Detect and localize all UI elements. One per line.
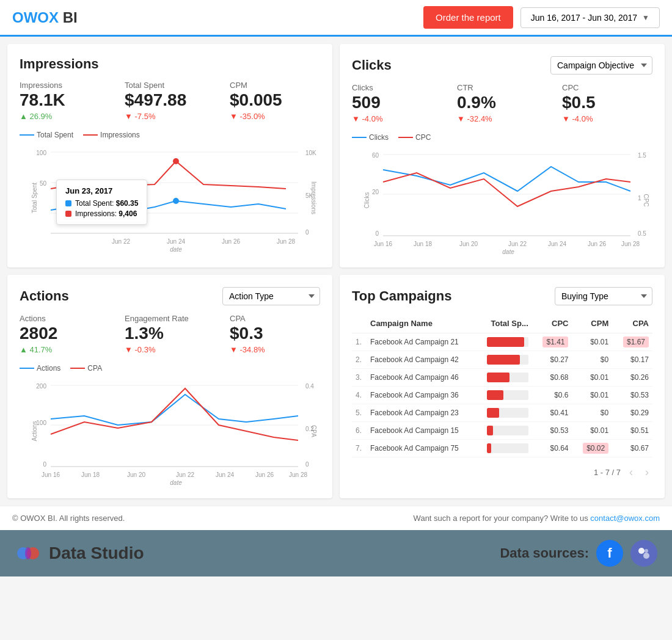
table-row: 5. Facebook Ad Campaign 23 $0.41 $0 $0.2…: [352, 404, 652, 421]
y-axis-right-label: 0.5: [638, 230, 646, 237]
y-title-right: CPC: [643, 194, 649, 206]
col-cpa: CPA: [612, 314, 652, 333]
y-axis-label: 200: [36, 383, 46, 390]
clicks-title: Clicks: [352, 57, 392, 73]
table-row: 3. Facebook Ad Campaign 46 $0.68 $0.01 $…: [352, 368, 652, 386]
actions-title: Actions: [20, 288, 69, 304]
tooltip-impressions-label: Impressions: 9,406: [75, 209, 137, 218]
x-label: Jun 26: [255, 471, 274, 478]
row-num: 3.: [352, 368, 367, 386]
row-name: Facebook Ad Campaign 15: [367, 421, 483, 439]
next-page-button[interactable]: ›: [641, 465, 652, 480]
legend-cpc-label: CPC: [415, 133, 431, 142]
ctr-value: 0.9%: [457, 93, 547, 112]
actions-label: Actions: [20, 314, 110, 323]
row-num: 2.: [352, 351, 367, 368]
y-axis-label: 20: [372, 189, 379, 195]
order-report-button[interactable]: Order the report: [423, 6, 513, 29]
legend-spent-label: Total Spent: [37, 131, 73, 139]
x-label: Jun 22: [112, 238, 130, 245]
row-cpc: $0.6: [532, 386, 572, 404]
prev-page-button[interactable]: ‹: [626, 465, 637, 480]
clicks-legend: Clicks CPC: [352, 133, 652, 142]
clicks-metric-ctr: CTR 0.9% ▼ -32.4%: [457, 83, 547, 123]
date-range-text: Jun 16, 2017 - Jun 30, 2017: [531, 13, 637, 23]
row-cpa: $0.26: [612, 368, 652, 386]
logo-owox: OWOX: [12, 9, 59, 26]
actions-metric-cpa: CPA $0.3 ▼ -34.8%: [230, 314, 320, 354]
x-title: date: [170, 246, 182, 253]
cpa-change: ▼ -34.8%: [230, 345, 320, 354]
impressions-tooltip: Jun 23, 2017 Total Spent: $60.35 Impress…: [56, 180, 147, 225]
y-axis-label: 100: [36, 150, 46, 156]
svg-point-14: [643, 553, 649, 559]
legend-actions-line: [20, 368, 34, 369]
buying-type-dropdown[interactable]: Buying Type: [555, 287, 652, 305]
col-cpc: CPC: [532, 314, 572, 333]
row-name: Facebook Ad Campaign 42: [367, 351, 483, 368]
col-name: Campaign Name: [367, 314, 483, 333]
row-cpa: $1.67: [612, 333, 652, 351]
y-title-right: Impressions: [310, 181, 317, 214]
x-label: Jun 24: [216, 471, 234, 478]
ctr-label: CTR: [457, 83, 547, 92]
data-studio-icon: [15, 540, 42, 567]
clicks-chart-svg: 60 20 0 1.5 1 0.5 Jun 16 Jun 18 Jun 20: [352, 145, 652, 255]
cpc-change: ▼ -4.0%: [562, 114, 652, 123]
data-studio-label-text: Data Studio: [49, 544, 144, 563]
chevron-down-icon: ▼: [642, 13, 649, 22]
legend-clicks-label: Clicks: [369, 133, 389, 142]
copyright-text: © OWOX BI. All rights reserved.: [12, 514, 125, 523]
impressions-label: Impressions: [20, 81, 110, 90]
impressions-chart: 100 50 10K 5K 0: [20, 143, 320, 253]
row-cpm: $0.02: [572, 439, 612, 457]
data-sources-section: Data sources: f: [500, 540, 657, 567]
cpa-label: CPA: [230, 314, 320, 323]
row-cpa: $0.29: [612, 404, 652, 421]
col-num: [352, 314, 367, 333]
y-axis-label: 60: [372, 152, 379, 159]
row-name: Facebook Ad Campaign 23: [367, 404, 483, 421]
row-bar: [483, 351, 532, 368]
x-label: Jun 20: [459, 241, 478, 247]
actions-value: 2802: [20, 324, 110, 343]
campaign-objective-dropdown[interactable]: Campaign Objective: [550, 56, 652, 75]
row-cpm: $0.01: [572, 421, 612, 439]
row-name: Facebook Ad Campaign 36: [367, 386, 483, 404]
legend-clicks-line: [352, 137, 367, 138]
row-bar: [483, 404, 532, 421]
clicks-card: Clicks Campaign Objective Clicks 509 ▼ -…: [340, 44, 665, 267]
impressions-card: Impressions Impressions 78.1K ▲ 26.9% To…: [7, 44, 332, 267]
tooltip-spent-dot: [65, 200, 71, 206]
data-sources-text: Data sources:: [500, 545, 589, 561]
date-range-picker[interactable]: Jun 16, 2017 - Jun 30, 2017 ▼: [520, 7, 660, 28]
cpm-value: $0.005: [230, 91, 320, 110]
row-bar: [483, 333, 532, 351]
pagination-text: 1 - 7 / 7: [594, 468, 621, 477]
row-bar: [483, 368, 532, 386]
impressions-title: Impressions: [20, 56, 99, 72]
owox-logo-icon: [637, 546, 651, 561]
x-title: date: [170, 479, 182, 486]
impressions-metrics: Impressions 78.1K ▲ 26.9% Total Spent $4…: [20, 81, 320, 121]
logo: OWOX BI: [12, 9, 78, 26]
clicks-metric-cpc: CPC $0.5 ▼ -4.0%: [562, 83, 652, 123]
tooltip-row-spent: Total Spent: $60.35: [65, 199, 138, 208]
y-axis-right-label: 0: [305, 461, 309, 468]
legend-actions: Actions: [20, 364, 60, 373]
action-type-dropdown[interactable]: Action Type: [222, 287, 320, 305]
col-total-sp: Total Sp...: [483, 314, 532, 333]
cpa-value: $0.3: [230, 324, 320, 343]
footer-email-link[interactable]: contact@owox.com: [590, 514, 660, 523]
tooltip-spent-label: Total Spent: $60.35: [75, 199, 138, 208]
impressions-header: Impressions: [20, 56, 320, 72]
table-header-row: Campaign Name Total Sp... CPC CPM CPA: [352, 314, 652, 333]
row-cpa: $0.51: [612, 421, 652, 439]
tooltip-row-impressions: Impressions: 9,406: [65, 209, 138, 218]
engagement-label: Engagement Rate: [125, 314, 215, 323]
row-cpm: $0: [572, 351, 612, 368]
clicks-metrics: Clicks 509 ▼ -4.0% CTR 0.9% ▼ -32.4% CPC…: [352, 83, 652, 123]
actions-legend: Actions CPA: [20, 364, 320, 373]
pagination: 1 - 7 / 7 ‹ ›: [352, 465, 652, 480]
footer-info: © OWOX BI. All rights reserved. Want suc…: [0, 506, 672, 530]
